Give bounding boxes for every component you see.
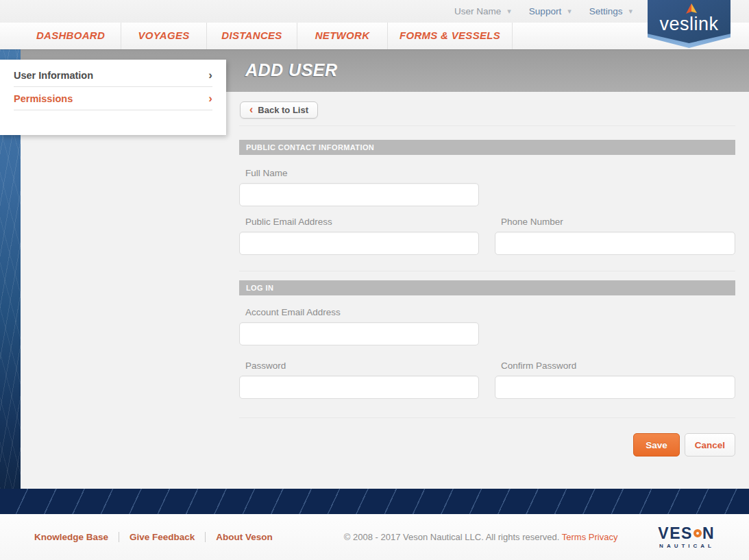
copyright-text: © 2008 - 2017 Veson Nautical LLC. All ri… bbox=[283, 532, 658, 542]
divider bbox=[239, 417, 735, 418]
chevron-left-icon: ‹ bbox=[249, 104, 253, 115]
support-menu-label: Support bbox=[529, 6, 561, 16]
phone-number-field[interactable] bbox=[495, 232, 735, 255]
copyright-notice: © 2008 - 2017 Veson Nautical LLC. All ri… bbox=[344, 532, 560, 542]
top-bar: User Name ▾ Support ▾ Settings ▾ bbox=[0, 0, 749, 23]
chevron-right-icon: › bbox=[208, 93, 212, 104]
tab-voyages[interactable]: VOYAGES bbox=[121, 23, 207, 49]
veson-logo-wordmark: VES N bbox=[658, 526, 715, 541]
main-navigation: DASHBOARD VOYAGES DISTANCES NETWORK FORM… bbox=[0, 23, 749, 49]
tab-dashboard[interactable]: DASHBOARD bbox=[21, 23, 121, 49]
password-field[interactable] bbox=[239, 376, 479, 399]
divider bbox=[239, 125, 735, 126]
section-header-log-in: LOG IN bbox=[239, 280, 735, 295]
password-row-fields bbox=[239, 371, 735, 399]
save-button[interactable]: Save bbox=[633, 433, 680, 456]
back-row: ‹ Back to List bbox=[239, 92, 735, 119]
phone-number-col bbox=[495, 227, 735, 255]
public-email-col bbox=[239, 227, 479, 255]
footer-links: Knowledge Base Give Feedback About Veson bbox=[34, 532, 283, 542]
public-email-label: Public Email Address bbox=[239, 217, 479, 227]
public-email-field[interactable] bbox=[239, 232, 479, 255]
contact-row-fields bbox=[239, 227, 735, 255]
full-name-label: Full Name bbox=[239, 168, 735, 178]
form-actions: Save Cancel bbox=[239, 433, 735, 456]
phone-number-label: Phone Number bbox=[495, 217, 735, 227]
confirm-password-label: Confirm Password bbox=[495, 361, 735, 371]
settings-menu[interactable]: Settings ▾ bbox=[589, 6, 633, 16]
account-email-field[interactable] bbox=[239, 322, 479, 345]
support-menu[interactable]: Support ▾ bbox=[529, 6, 572, 16]
veslink-logo-text: veslink bbox=[648, 14, 730, 35]
flyout-item-permissions[interactable]: Permissions › bbox=[14, 87, 212, 110]
section-flyout-menu: User Information › Permissions › bbox=[0, 60, 226, 135]
about-veson-link[interactable]: About Veson bbox=[206, 532, 283, 542]
form-content: ‹ Back to List PUBLIC CONTACT INFORMATIO… bbox=[239, 92, 735, 456]
full-name-field[interactable] bbox=[239, 183, 479, 206]
back-to-list-button[interactable]: ‹ Back to List bbox=[240, 101, 318, 119]
chevron-down-icon: ▾ bbox=[507, 8, 511, 15]
flyout-item-label: Permissions bbox=[14, 93, 73, 104]
confirm-password-field[interactable] bbox=[495, 376, 735, 399]
terms-link[interactable]: Terms bbox=[562, 532, 586, 542]
privacy-link[interactable]: Privacy bbox=[589, 532, 618, 542]
veson-logo-suffix: N bbox=[702, 526, 715, 541]
back-to-list-label: Back to List bbox=[258, 105, 308, 115]
password-row-labels: Password Confirm Password bbox=[239, 361, 735, 371]
tab-distances[interactable]: DISTANCES bbox=[207, 23, 297, 49]
navy-stripe-band bbox=[0, 489, 749, 514]
flyout-item-user-information[interactable]: User Information › bbox=[14, 64, 212, 87]
confirm-password-col bbox=[495, 371, 735, 399]
cancel-button[interactable]: Cancel bbox=[685, 433, 735, 456]
settings-menu-label: Settings bbox=[589, 6, 623, 16]
tab-forms-vessels[interactable]: FORMS & VESSELS bbox=[388, 23, 513, 49]
chevron-down-icon: ▾ bbox=[567, 8, 572, 15]
give-feedback-link[interactable]: Give Feedback bbox=[119, 532, 206, 542]
tab-network[interactable]: NETWORK bbox=[297, 23, 388, 49]
veson-o-swirl-icon bbox=[693, 529, 702, 537]
veson-logo-prefix: VES bbox=[658, 526, 693, 541]
user-menu-label: User Name bbox=[454, 6, 501, 16]
chevron-down-icon: ▾ bbox=[628, 8, 633, 15]
chevron-right-icon: › bbox=[208, 69, 212, 81]
section-header-public-contact: PUBLIC CONTACT INFORMATION bbox=[239, 140, 735, 155]
veson-nautical-logo: VES N NAUTICAL bbox=[658, 526, 715, 549]
main-area: ADD USER User Information › Permissions … bbox=[0, 49, 749, 489]
top-bar-menus: User Name ▾ Support ▾ Settings ▾ bbox=[454, 0, 633, 23]
password-label: Password bbox=[239, 361, 479, 371]
veson-logo-subtext: NAUTICAL bbox=[658, 544, 715, 549]
account-email-label: Account Email Address bbox=[239, 307, 735, 317]
password-col bbox=[239, 371, 479, 399]
nav-left-spacer bbox=[0, 23, 21, 49]
contact-row-labels: Public Email Address Phone Number bbox=[239, 217, 735, 227]
user-menu[interactable]: User Name ▾ bbox=[454, 6, 511, 16]
knowledge-base-link[interactable]: Knowledge Base bbox=[34, 532, 119, 542]
veslink-logo[interactable]: veslink bbox=[648, 0, 730, 49]
flyout-item-label: User Information bbox=[14, 70, 93, 81]
footer: Knowledge Base Give Feedback About Veson… bbox=[0, 514, 749, 560]
divider bbox=[239, 271, 735, 271]
